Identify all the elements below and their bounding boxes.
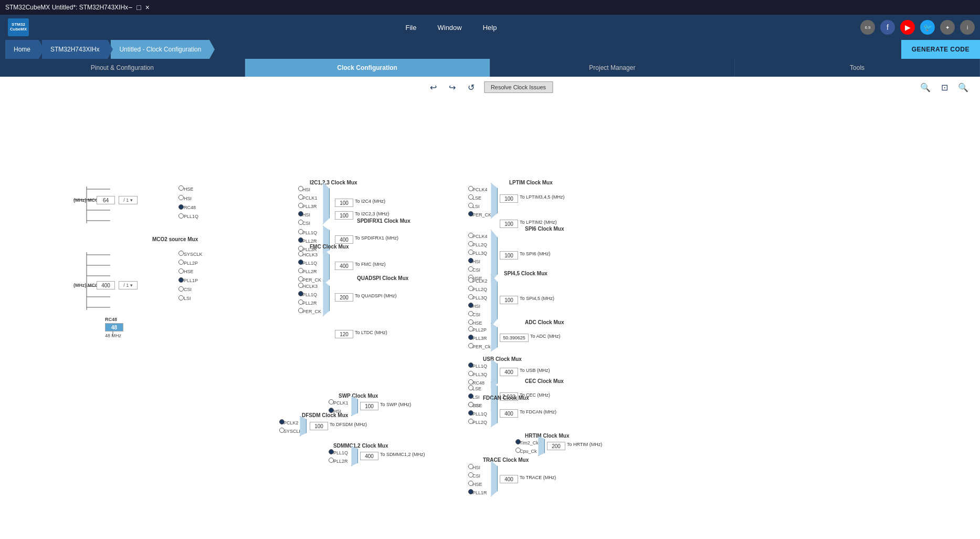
radio-sdmmc-pll2r[interactable] [329, 458, 334, 463]
radio-pll1q-1[interactable] [178, 213, 184, 219]
close-btn[interactable]: × [145, 3, 150, 12]
radio-dfsdm-sysclk[interactable] [279, 428, 284, 433]
radio-pll2p[interactable] [178, 260, 184, 265]
minimize-btn[interactable]: − [128, 3, 132, 12]
radio-hrtim-cpu[interactable] [515, 448, 521, 453]
radio-usb-rc48[interactable] [468, 379, 473, 385]
menu-window[interactable]: Window [437, 24, 461, 32]
to-lptim2-val[interactable]: 100 [500, 220, 518, 228]
radio-fdcan-pll2q[interactable] [468, 419, 473, 424]
radio-trace-pll1r[interactable] [468, 489, 473, 494]
zoom-in-button[interactable]: 🔍 [919, 81, 932, 94]
radio-spi45-csi[interactable] [468, 311, 473, 316]
radio-lptim-lsi[interactable] [468, 203, 473, 208]
to-adc-val[interactable]: 50.390625 [500, 334, 529, 342]
youtube-icon[interactable]: ▶ [900, 20, 915, 35]
menu-file[interactable]: File [406, 24, 417, 32]
mco1-divider[interactable]: / 1 ▾ [119, 196, 138, 204]
radio-spdi-pll2r[interactable] [298, 237, 303, 243]
radio-qspi-hclk3[interactable] [298, 283, 303, 288]
radio-qspi-pll2r[interactable] [298, 299, 303, 305]
to-spdifrx1-val[interactable]: 400 [335, 235, 353, 244]
radio-spi6-csi[interactable] [468, 266, 473, 272]
facebook-icon[interactable]: f [880, 20, 895, 35]
radio-trace-hse[interactable] [468, 481, 473, 486]
tab-project[interactable]: Project Manager [490, 59, 735, 77]
radio-spdi-pll3r[interactable] [298, 246, 303, 251]
radio-rc48-1[interactable] [178, 204, 184, 210]
radio-fmc-pll2r[interactable] [298, 268, 303, 273]
to-usb-val[interactable]: 400 [500, 368, 518, 376]
to-quadspi-val[interactable]: 200 [335, 293, 353, 302]
radio-i2c-hsi[interactable] [298, 186, 303, 191]
radio-i2c-pclk1[interactable] [298, 194, 303, 200]
radio-fmc-per[interactable] [298, 276, 303, 282]
radio-adc-per[interactable] [468, 343, 473, 348]
breadcrumb-home[interactable]: Home [5, 40, 39, 59]
to-i2c4-val[interactable]: 100 [335, 199, 353, 207]
to-swp-val[interactable]: 100 [360, 402, 378, 410]
tab-pinout[interactable]: Pinout & Configuration [0, 59, 245, 77]
window-controls[interactable]: − □ × [128, 3, 150, 12]
radio-dfsdm-pclk2[interactable] [279, 419, 284, 424]
tab-clock[interactable]: Clock Configuration [245, 59, 490, 77]
clock-canvas[interactable]: HSE HSI RC48 PLL1Q (MHz) MCO1 64 / 1 ▾ M… [0, 100, 980, 539]
mco2-divider[interactable]: / 1 ▾ [119, 281, 138, 289]
to-ltdc-val[interactable]: 120 [335, 330, 353, 338]
maximize-btn[interactable]: □ [136, 3, 141, 12]
to-lptim45-val[interactable]: 100 [500, 194, 518, 203]
radio-qspi-pll1q[interactable] [298, 291, 303, 296]
mco2-value[interactable]: 400 [97, 281, 115, 289]
radio-cec-lse[interactable] [468, 385, 473, 390]
breadcrumb-active[interactable]: Untitled - Clock Configuration [111, 40, 209, 59]
radio-sysclk[interactable] [178, 251, 184, 256]
radio-spi6-pll3q[interactable] [468, 250, 473, 255]
menu-help[interactable]: Help [483, 24, 497, 32]
to-spi45-val[interactable]: 100 [500, 296, 518, 304]
network-icon[interactable]: ✦ [940, 20, 955, 35]
radio-adc-pll2p[interactable] [468, 326, 473, 331]
radio-lsi[interactable] [178, 295, 184, 300]
radio-spi45-pll2q[interactable] [468, 286, 473, 291]
radio-fmc-pll1q[interactable] [298, 260, 303, 265]
radio-spi45-hsi[interactable] [468, 303, 473, 308]
to-i2c23-val[interactable]: 100 [335, 211, 353, 220]
zoom-out-button[interactable]: 🔍 [957, 81, 970, 94]
twitter-icon[interactable]: 🐦 [920, 20, 935, 35]
radio-spi6-hsi[interactable] [468, 258, 473, 263]
to-trace-val[interactable]: 400 [500, 475, 518, 483]
radio-trace-csi[interactable] [468, 472, 473, 478]
radio-csi[interactable] [178, 286, 184, 292]
extra-icon[interactable]: i [960, 20, 975, 35]
resolve-clock-button[interactable]: Resolve Clock Issues [484, 81, 553, 93]
tab-tools[interactable]: Tools [735, 59, 980, 77]
radio-hrtim-tim2[interactable] [515, 439, 521, 444]
radio-fdcan-hse[interactable] [468, 402, 473, 407]
radio-lptim-pclk4[interactable] [468, 186, 473, 191]
to-fdcan-val[interactable]: 400 [500, 409, 518, 418]
mco1-value[interactable]: 64 [97, 196, 115, 204]
radio-hse-1[interactable] [178, 185, 184, 191]
radio-fdcan-pll1q[interactable] [468, 410, 473, 416]
radio-trace-hsi[interactable] [468, 464, 473, 469]
radio-hse-2[interactable] [178, 268, 184, 274]
generate-code-button[interactable]: GENERATE CODE [901, 40, 980, 59]
radio-swp-pclk1[interactable] [329, 399, 334, 405]
radio-spi6-pll2q[interactable] [468, 241, 473, 246]
radio-spi45-pclk2[interactable] [468, 277, 473, 283]
radio-i2c-hsi2[interactable] [298, 211, 303, 216]
to-spi6-val[interactable]: 100 [500, 251, 518, 260]
to-hrtim-val[interactable]: 200 [547, 442, 565, 450]
radio-hsi-1[interactable] [178, 195, 184, 200]
radio-qspi-per[interactable] [298, 308, 303, 313]
refresh-button[interactable]: ↺ [465, 81, 478, 94]
redo-button[interactable]: ↪ [446, 81, 459, 94]
radio-spdi-pll1q[interactable] [298, 229, 303, 234]
radio-i2c-pll3r[interactable] [298, 203, 303, 208]
radio-lptim-per[interactable] [468, 211, 473, 216]
radio-adc-pll3r[interactable] [468, 335, 473, 340]
zoom-fit-button[interactable]: ⊡ [938, 81, 951, 94]
breadcrumb-device[interactable]: STM32H743XIHx [42, 40, 108, 59]
radio-lptim-lse[interactable] [468, 194, 473, 200]
radio-cec-lsi[interactable] [468, 393, 473, 399]
